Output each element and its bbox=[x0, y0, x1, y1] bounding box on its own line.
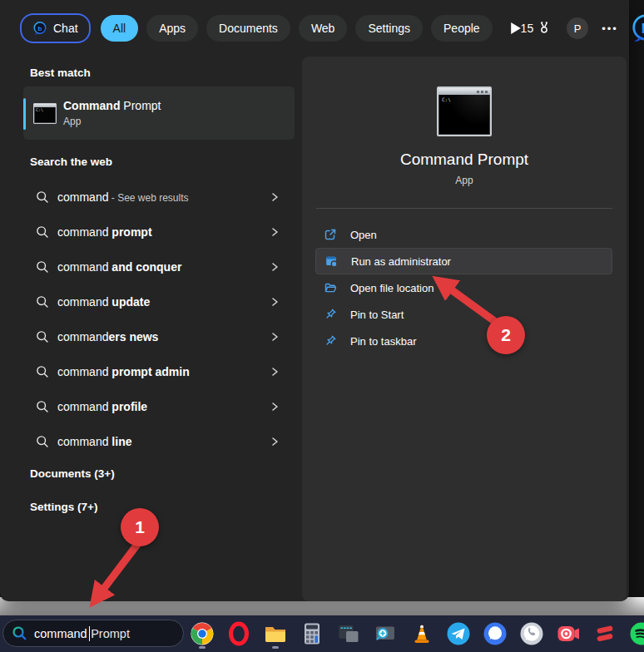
chevron-right-icon bbox=[270, 262, 280, 272]
search-typed-text: command bbox=[34, 627, 87, 640]
detail-subtitle: App bbox=[302, 175, 627, 186]
signal-icon[interactable] bbox=[483, 621, 508, 646]
touch-keyboard-icon[interactable] bbox=[336, 621, 361, 646]
detail-pane: C:\ Command Prompt App Open Run as admin… bbox=[302, 57, 627, 601]
magnifier-app-icon[interactable] bbox=[373, 621, 398, 646]
screen-recorder-icon[interactable] bbox=[556, 621, 581, 646]
chevron-right-icon bbox=[270, 227, 280, 237]
topbar-right: 15 P ••• b bbox=[521, 12, 644, 44]
action-open-file-location[interactable]: Open file location bbox=[315, 274, 612, 301]
suggestion-text: command update bbox=[57, 295, 270, 309]
chevron-right-icon bbox=[270, 437, 280, 447]
run-admin-icon bbox=[324, 254, 338, 268]
best-match-subtitle: App bbox=[63, 116, 161, 127]
command-prompt-icon-large: C:\ bbox=[437, 86, 492, 136]
user-avatar[interactable]: P bbox=[567, 17, 588, 39]
search-icon bbox=[36, 400, 49, 413]
telegram-icon[interactable] bbox=[446, 621, 471, 646]
best-match-header: Best match bbox=[30, 67, 91, 79]
rewards-counter[interactable]: 15 bbox=[521, 21, 552, 36]
file-explorer-icon[interactable] bbox=[263, 621, 288, 646]
pin-icon bbox=[324, 308, 337, 321]
tab-web[interactable]: Web bbox=[299, 15, 348, 42]
settings-header[interactable]: Settings (7+) bbox=[30, 501, 97, 513]
action-open[interactable]: Open bbox=[315, 221, 612, 248]
tab-chat[interactable]: b Chat bbox=[20, 13, 91, 43]
media-app-icon[interactable] bbox=[592, 621, 617, 646]
opera-icon[interactable] bbox=[226, 621, 251, 646]
search-icon bbox=[36, 260, 49, 274]
running-indicator-chrome bbox=[199, 646, 206, 649]
suggestion-text: command line bbox=[57, 435, 270, 448]
tab-apps[interactable]: Apps bbox=[146, 15, 198, 42]
web-suggestion-row[interactable]: command and conquer bbox=[23, 249, 295, 284]
search-web-header: Search the web bbox=[30, 156, 112, 168]
play-icon bbox=[511, 22, 521, 34]
search-icon bbox=[36, 295, 49, 309]
tab-documents[interactable]: Documents bbox=[206, 15, 290, 42]
web-suggestion-row[interactable]: command line bbox=[23, 424, 295, 459]
tab-all[interactable]: All bbox=[101, 15, 139, 42]
search-icon bbox=[36, 225, 49, 239]
documents-header[interactable]: Documents (3+) bbox=[30, 467, 115, 480]
suggestion-text: command - See web results bbox=[57, 190, 270, 204]
web-suggestion-list: command - See web results command prompt… bbox=[23, 180, 295, 459]
folder-icon bbox=[324, 281, 337, 294]
annotation-step-2: 2 bbox=[487, 316, 525, 354]
detail-title: Command Prompt bbox=[302, 151, 627, 169]
action-list: Open Run as administrator Open file loca… bbox=[315, 221, 612, 354]
annotation-step-1: 1 bbox=[121, 508, 159, 546]
action-pin-to-taskbar[interactable]: Pin to taskbar bbox=[315, 328, 612, 354]
suggestion-text: commanders news bbox=[57, 330, 270, 343]
suggestion-text: command and conquer bbox=[57, 260, 270, 274]
whatsapp-icon[interactable] bbox=[519, 621, 544, 646]
svg-text:b: b bbox=[38, 25, 42, 32]
search-icon bbox=[36, 330, 49, 343]
suggestion-text: command prompt bbox=[57, 225, 270, 239]
selection-accent-bar bbox=[23, 98, 26, 130]
chrome-icon[interactable] bbox=[190, 621, 215, 646]
search-icon bbox=[36, 435, 49, 448]
open-external-icon bbox=[324, 228, 337, 241]
web-suggestion-row[interactable]: command prompt admin bbox=[23, 354, 295, 389]
suggestion-text: command profile bbox=[57, 400, 270, 413]
web-suggestion-row[interactable]: command profile bbox=[23, 389, 295, 424]
text-cursor bbox=[89, 626, 91, 641]
taskbar-icon-row bbox=[190, 621, 644, 646]
chevron-right-icon bbox=[270, 332, 280, 342]
taskbar: command Prompt bbox=[0, 615, 644, 652]
command-prompt-icon: C:\ bbox=[33, 103, 57, 124]
running-indicator-explorer bbox=[272, 646, 279, 649]
action-run-as-administrator[interactable]: Run as administrator bbox=[315, 248, 612, 274]
vlc-icon[interactable] bbox=[409, 621, 434, 646]
bing-chat-icon: b bbox=[32, 21, 47, 36]
tab-settings[interactable]: Settings bbox=[355, 15, 423, 42]
taskbar-search-input[interactable]: command Prompt bbox=[2, 620, 184, 647]
chevron-right-icon bbox=[270, 402, 280, 412]
windows-search-icon bbox=[12, 625, 27, 641]
suggestion-text: command prompt admin bbox=[57, 365, 270, 378]
chevron-right-icon bbox=[270, 192, 280, 202]
web-suggestion-row[interactable]: command - See web results bbox=[23, 180, 295, 215]
best-match-title: Command Prompt bbox=[63, 99, 161, 112]
search-inline-suggestion: Prompt bbox=[91, 627, 130, 640]
search-icon bbox=[36, 365, 49, 378]
best-match-result[interactable]: C:\ Command Prompt App bbox=[23, 86, 295, 140]
more-options-icon[interactable]: ••• bbox=[602, 22, 618, 35]
calculator-icon[interactable] bbox=[300, 621, 324, 646]
divider bbox=[316, 208, 612, 209]
chevron-right-icon bbox=[270, 367, 280, 377]
spotify-icon[interactable] bbox=[629, 621, 644, 646]
pin-icon bbox=[324, 334, 337, 348]
action-pin-to-start[interactable]: Pin to Start bbox=[315, 301, 612, 328]
web-suggestion-row[interactable]: command prompt bbox=[23, 215, 295, 249]
svg-text:b: b bbox=[642, 21, 644, 37]
web-suggestion-row[interactable]: commanders news bbox=[23, 319, 295, 354]
tab-people[interactable]: People bbox=[431, 15, 493, 42]
bing-logo[interactable]: b bbox=[630, 12, 644, 44]
search-flyout: b Chat All Apps Documents Web Settings P… bbox=[0, 0, 629, 601]
web-suggestion-row[interactable]: command update bbox=[23, 284, 295, 319]
chevron-right-icon bbox=[270, 297, 280, 307]
more-filters-arrow[interactable] bbox=[511, 17, 521, 39]
rewards-medal-icon bbox=[537, 21, 552, 36]
